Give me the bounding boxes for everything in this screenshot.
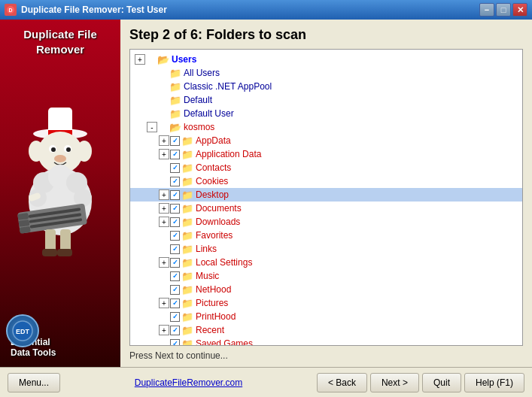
checkbox[interactable] [170, 231, 180, 241]
svg-point-8 [51, 147, 56, 152]
folder-closed-icon: 📁 [181, 217, 193, 227]
folder-closed-icon: 📁 [169, 82, 181, 92]
checkbox[interactable] [170, 326, 180, 335]
tree-node-17[interactable]: 📁Music [130, 269, 522, 283]
tree-node-22[interactable]: 📁Saved Games [130, 337, 522, 346]
tree-node-10[interactable]: 📁Cookies [130, 174, 522, 188]
folder-closed-icon: 📁 [169, 109, 181, 119]
tree-node-7[interactable]: +📁AppData [130, 134, 522, 147]
sidebar: Duplicate File Remover [0, 20, 120, 367]
checkbox[interactable] [170, 217, 180, 227]
app-logo: Duplicate File Remover [23, 27, 97, 56]
tree-node-2[interactable]: 📁All Users [130, 66, 522, 80]
tree-node-12[interactable]: +📁Documents [130, 202, 522, 215]
tree-node-4[interactable]: 📁Default [130, 93, 522, 107]
expand-icon[interactable]: + [159, 325, 169, 335]
folder-closed-icon: 📁 [181, 204, 193, 214]
tree-node-21[interactable]: +📁Recent [130, 323, 522, 337]
status-text: Press Next to continue... [129, 350, 523, 361]
tree-node-19[interactable]: +📁Pictures [130, 296, 522, 310]
tree-node-3[interactable]: 📁Classic .NET AppPool [130, 80, 522, 93]
tree-node-6[interactable]: -📂kosmos [130, 120, 522, 134]
expand-icon[interactable]: + [159, 257, 169, 268]
folder-closed-icon: 📁 [181, 190, 193, 200]
expand-icon[interactable]: - [147, 122, 157, 132]
tree-node-5[interactable]: 📁Default User [130, 107, 522, 120]
title-bar: D Duplicate File Remover: Test User − □ … [0, 0, 532, 20]
folder-tree-container[interactable]: +📂Users📁All Users📁Classic .NET AppPool📁D… [129, 49, 523, 346]
checkbox[interactable] [170, 339, 180, 347]
node-label: All Users [184, 68, 220, 78]
node-label: Saved Games [196, 338, 253, 346]
expand-icon[interactable]: + [135, 54, 145, 65]
node-label: Pictures [196, 298, 228, 308]
expand-icon[interactable]: + [159, 217, 169, 227]
app-icon: D [5, 4, 17, 16]
checkbox[interactable] [170, 150, 180, 159]
tree-node-1[interactable]: +📂Users [130, 53, 522, 66]
maximize-button[interactable]: □ [496, 3, 511, 17]
checkbox[interactable] [170, 163, 180, 173]
svg-rect-28 [60, 229, 71, 252]
expand-icon[interactable]: + [159, 203, 169, 214]
node-label: NetHood [196, 284, 231, 295]
node-label: PrintHood [196, 311, 236, 322]
checkbox[interactable] [170, 271, 180, 281]
step-title: Step 2 of 6: Folders to scan [129, 27, 523, 43]
expand-icon[interactable]: + [159, 135, 169, 146]
node-label: Links [196, 244, 217, 254]
checkbox[interactable] [170, 258, 180, 268]
checkbox[interactable] [170, 244, 180, 254]
tree-node-14[interactable]: 📁Favorites [130, 229, 522, 242]
tree-node-15[interactable]: 📁Links [130, 242, 522, 256]
sidebar-badge: EDT [6, 314, 39, 347]
content-area: Step 2 of 6: Folders to scan +📂Users📁All… [120, 20, 532, 367]
svg-text:D: D [8, 8, 12, 13]
tree-node-16[interactable]: +📁Local Settings [130, 256, 522, 269]
checkbox[interactable] [170, 136, 180, 146]
next-button[interactable]: Next > [370, 373, 419, 392]
close-button[interactable]: ✕ [512, 3, 527, 17]
node-label: Downloads [196, 217, 240, 227]
quit-button[interactable]: Quit [422, 373, 461, 392]
checkbox[interactable] [170, 204, 180, 214]
node-label: Local Settings [196, 257, 252, 268]
tree-node-11[interactable]: +📁Desktop [130, 188, 522, 202]
website-link[interactable]: DuplicateFileRemover.com [135, 377, 242, 388]
expand-icon[interactable]: + [159, 189, 169, 200]
folder-tree: +📂Users📁All Users📁Classic .NET AppPool📁D… [130, 50, 522, 346]
folder-closed-icon: 📁 [181, 299, 193, 308]
checkbox[interactable] [170, 312, 180, 322]
svg-rect-27 [45, 229, 56, 252]
back-button[interactable]: < Back [317, 373, 367, 392]
menu-button[interactable]: Menu... [8, 373, 60, 392]
checkbox[interactable] [170, 190, 180, 200]
checkbox[interactable] [170, 177, 180, 186]
node-label: Default [184, 95, 212, 105]
tree-node-20[interactable]: 📁PrintHood [130, 310, 522, 323]
expand-icon[interactable]: + [159, 149, 169, 159]
svg-point-9 [66, 147, 71, 152]
bottom-bar: Menu... DuplicateFileRemover.com < Back … [0, 367, 532, 397]
tree-node-8[interactable]: +📁Application Data [130, 147, 522, 161]
tree-node-9[interactable]: 📁Contacts [130, 161, 522, 174]
folder-closed-icon: 📁 [181, 244, 193, 254]
node-label: Users [172, 54, 196, 65]
folder-closed-icon: 📁 [181, 177, 193, 186]
svg-point-11 [29, 141, 44, 162]
svg-point-10 [54, 155, 66, 162]
folder-closed-icon: 📁 [181, 326, 193, 335]
node-label: kosmos [184, 122, 214, 132]
help-button[interactable]: Help (F1) [464, 373, 524, 392]
node-label: Application Data [196, 149, 261, 159]
minimize-button[interactable]: − [479, 3, 494, 17]
nav-buttons: < Back Next > Quit Help (F1) [317, 373, 524, 392]
checkbox[interactable] [170, 299, 180, 308]
tree-node-18[interactable]: 📁NetHood [130, 283, 522, 296]
node-label: Recent [196, 325, 224, 335]
main-window: Duplicate File Remover [0, 20, 532, 367]
checkbox[interactable] [170, 285, 180, 295]
tree-node-13[interactable]: +📁Downloads [130, 215, 522, 229]
sidebar-footer: EDT Essential Data Tools [0, 337, 120, 358]
expand-icon[interactable]: + [159, 298, 169, 308]
